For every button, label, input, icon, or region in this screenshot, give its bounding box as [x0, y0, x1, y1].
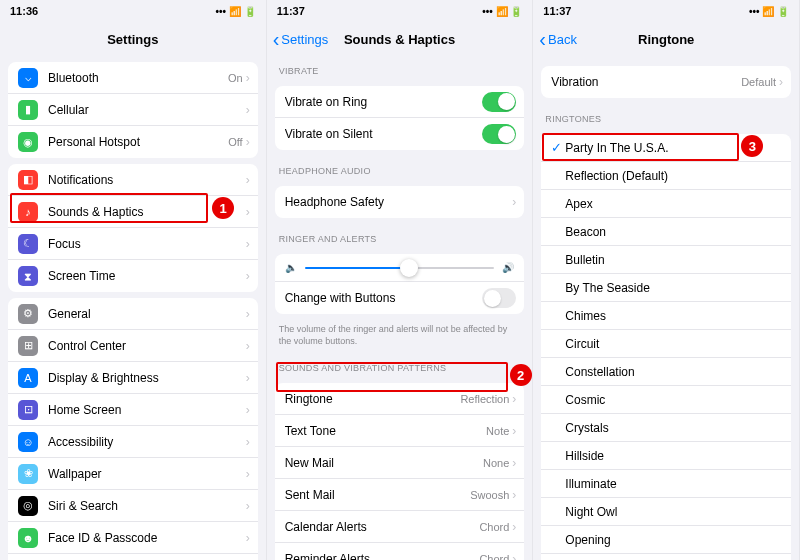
ringtone-label: Hillside	[565, 449, 781, 463]
toggle[interactable]	[482, 92, 516, 112]
row-label: Change with Buttons	[285, 291, 483, 305]
ringtone-label: Bulletin	[565, 253, 781, 267]
chevron-icon: ›	[246, 135, 250, 149]
ringtone-row[interactable]: Chimes	[541, 302, 791, 330]
settings-row[interactable]: ❀Wallpaper›	[8, 458, 258, 490]
row-label: Cellular	[48, 103, 246, 117]
chevron-icon: ›	[246, 531, 250, 545]
phone-ringtone: 11:37 ••• 📶 🔋 Back Ringtone Vibration De…	[533, 0, 800, 560]
settings-row[interactable]: RingtoneReflection›	[275, 383, 525, 415]
toggle-row[interactable]: Vibrate on Silent	[275, 118, 525, 150]
chevron-icon: ›	[246, 205, 250, 219]
settings-row[interactable]: ⌵BluetoothOn›	[8, 62, 258, 94]
ringtone-row[interactable]: By The Seaside	[541, 274, 791, 302]
settings-row[interactable]: SEmergency SOS›	[8, 554, 258, 560]
chevron-icon: ›	[246, 103, 250, 117]
phone-settings: 11:36 ••• 📶 🔋 Settings ⌵BluetoothOn›▮Cel…	[0, 0, 267, 560]
change-with-buttons-row[interactable]: Change with Buttons	[275, 282, 525, 314]
ringtone-row[interactable]: Playtime	[541, 554, 791, 560]
settings-row[interactable]: Headphone Safety›	[275, 186, 525, 218]
settings-row[interactable]: ☺Accessibility›	[8, 426, 258, 458]
chevron-icon: ›	[246, 467, 250, 481]
display-icon: A	[18, 368, 38, 388]
row-label: Control Center	[48, 339, 246, 353]
settings-row[interactable]: ☾Focus›	[8, 228, 258, 260]
ringtone-row[interactable]: Reflection (Default)	[541, 162, 791, 190]
row-label: Screen Time	[48, 269, 246, 283]
volume-slider-row[interactable]: 🔈 🔊	[275, 254, 525, 282]
row-label: Text Tone	[285, 424, 486, 438]
hotspot-icon: ◉	[18, 132, 38, 152]
cellular-icon: ▮	[18, 100, 38, 120]
settings-row[interactable]: ADisplay & Brightness›	[8, 362, 258, 394]
settings-row[interactable]: ⊞Control Center›	[8, 330, 258, 362]
row-label: Wallpaper	[48, 467, 246, 481]
settings-row[interactable]: ☻Face ID & Passcode›	[8, 522, 258, 554]
settings-row[interactable]: New MailNone›	[275, 447, 525, 479]
settings-row[interactable]: ⚙General›	[8, 298, 258, 330]
group-vibration: Vibration Default ›	[541, 66, 791, 98]
header-headphone: HEADPHONE AUDIO	[267, 156, 533, 180]
ringtone-label: Crystals	[565, 421, 781, 435]
row-value: Default	[741, 76, 776, 88]
general-icon: ⚙	[18, 304, 38, 324]
ringtone-row[interactable]: Apex	[541, 190, 791, 218]
vibration-row[interactable]: Vibration Default ›	[541, 66, 791, 98]
volume-slider[interactable]	[305, 267, 495, 269]
ringtone-row[interactable]: Hillside	[541, 442, 791, 470]
ringtone-label: Constellation	[565, 365, 781, 379]
row-value: Swoosh	[470, 489, 509, 501]
ringtone-content[interactable]: Vibration Default › RINGTONES ✓Party In …	[533, 56, 799, 560]
row-label: Vibration	[551, 75, 741, 89]
toggle[interactable]	[482, 124, 516, 144]
nav-back[interactable]: Settings	[273, 32, 329, 47]
badge-2: 2	[510, 364, 532, 386]
settings-row[interactable]: Sent MailSwoosh›	[275, 479, 525, 511]
footer-ringer: The volume of the ringer and alerts will…	[267, 320, 533, 353]
settings-row[interactable]: ◉Personal HotspotOff›	[8, 126, 258, 158]
ringtone-row[interactable]: Bulletin	[541, 246, 791, 274]
settings-row[interactable]: Reminder AlertsChord›	[275, 543, 525, 560]
row-label: Home Screen	[48, 403, 246, 417]
chevron-icon: ›	[512, 392, 516, 406]
ringtone-row[interactable]: Beacon	[541, 218, 791, 246]
homescreen-icon: ⊡	[18, 400, 38, 420]
speaker-max-icon: 🔊	[502, 262, 514, 273]
badge-1: 1	[212, 197, 234, 219]
ringtone-row[interactable]: Opening	[541, 526, 791, 554]
row-value: Chord	[479, 553, 509, 560]
ringtone-row[interactable]: Night Owl	[541, 498, 791, 526]
nav-back[interactable]: Back	[539, 32, 577, 47]
row-value: On	[228, 72, 243, 84]
wallpaper-icon: ❀	[18, 464, 38, 484]
ringtone-row[interactable]: Cosmic	[541, 386, 791, 414]
group-ringer: 🔈 🔊 Change with Buttons	[275, 254, 525, 314]
ringtone-row[interactable]: Illuminate	[541, 470, 791, 498]
settings-row[interactable]: Calendar AlertsChord›	[275, 511, 525, 543]
settings-row[interactable]: ▮Cellular›	[8, 94, 258, 126]
toggle[interactable]	[482, 288, 516, 308]
group-ringtones: ✓Party In The U.S.A.Reflection (Default)…	[541, 134, 791, 560]
ringtone-label: Chimes	[565, 309, 781, 323]
header-sounds: SOUNDS AND VIBRATION PATTERNS	[267, 353, 533, 377]
ringtone-row[interactable]: Circuit	[541, 330, 791, 358]
accessibility-icon: ☺	[18, 432, 38, 452]
screentime-icon: ⧗	[18, 266, 38, 286]
settings-row[interactable]: ⧗Screen Time›	[8, 260, 258, 292]
row-label: Vibrate on Ring	[285, 95, 483, 109]
status-icons: ••• 📶 🔋	[749, 6, 789, 17]
sounds-content[interactable]: VIBRATE Vibrate on RingVibrate on Silent…	[267, 56, 533, 560]
slider-thumb[interactable]	[400, 259, 418, 277]
ringtone-row[interactable]: Constellation	[541, 358, 791, 386]
row-label: Sent Mail	[285, 488, 471, 502]
settings-content[interactable]: ⌵BluetoothOn›▮Cellular›◉Personal Hotspot…	[0, 56, 266, 560]
row-label: New Mail	[285, 456, 483, 470]
settings-row[interactable]: ◧Notifications›	[8, 164, 258, 196]
ringtone-row[interactable]: Crystals	[541, 414, 791, 442]
settings-row[interactable]: Text ToneNote›	[275, 415, 525, 447]
chevron-icon: ›	[512, 520, 516, 534]
settings-row[interactable]: ◎Siri & Search›	[8, 490, 258, 522]
ringtone-label: Reflection (Default)	[565, 169, 781, 183]
settings-row[interactable]: ⊡Home Screen›	[8, 394, 258, 426]
toggle-row[interactable]: Vibrate on Ring	[275, 86, 525, 118]
